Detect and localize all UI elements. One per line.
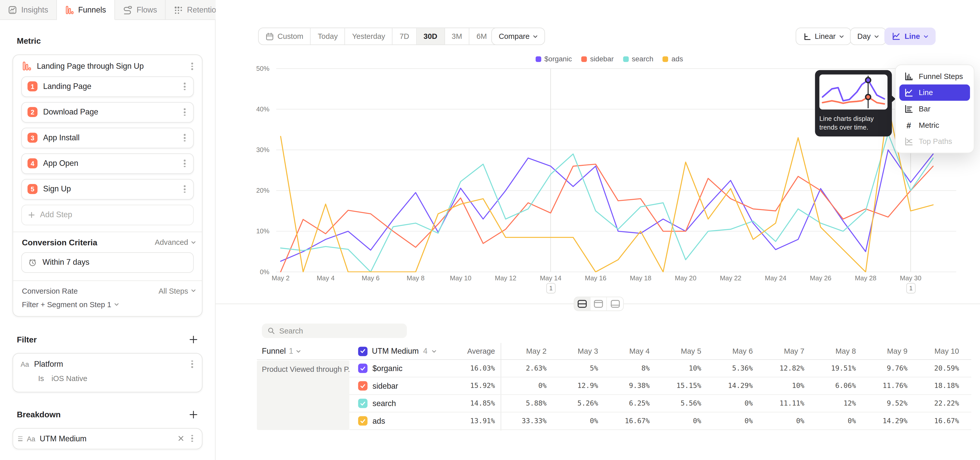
value-cell[interactable]: 16.67% (604, 417, 655, 425)
date-column-header[interactable]: May 7 (759, 347, 810, 356)
date-column-header[interactable]: May 2 (501, 347, 552, 356)
search-input[interactable] (279, 326, 401, 335)
compare-button[interactable]: Compare (491, 27, 545, 45)
value-cell[interactable]: 5.56% (655, 399, 707, 407)
series-checkbox[interactable] (358, 416, 368, 426)
value-cell[interactable]: 0% (707, 417, 759, 425)
value-cell[interactable]: 9.76% (862, 364, 913, 372)
average-column-header[interactable]: Average (443, 347, 501, 356)
range-3m[interactable]: 3M (445, 28, 469, 45)
tab-funnels[interactable]: Funnels (57, 0, 115, 20)
value-cell[interactable]: 14.29% (707, 382, 759, 390)
add-filter-button[interactable] (189, 335, 197, 343)
value-cell[interactable]: 22.22% (913, 399, 965, 407)
add-step-button[interactable]: Add Step (21, 204, 194, 225)
value-cell[interactable]: 0% (707, 399, 759, 407)
funnel-step-3[interactable]: 3 App Install (21, 128, 194, 148)
value-cell[interactable]: 11.76% (862, 382, 913, 390)
legend-item-sidebar[interactable]: sidebar (581, 55, 614, 62)
value-cell[interactable]: 5% (552, 364, 604, 372)
range-custom[interactable]: Custom (259, 28, 311, 45)
series-checkbox[interactable] (358, 364, 368, 373)
funnel-step-2[interactable]: 2 Download Page (21, 102, 194, 123)
range-30d[interactable]: 30D (417, 28, 445, 45)
chart-type-dropdown[interactable]: Line (885, 27, 935, 45)
advanced-dropdown[interactable]: Advanced (155, 238, 196, 247)
breakdown-menu-icon[interactable] (189, 433, 196, 444)
annotation-badge-may14[interactable]: 1 (546, 283, 555, 294)
value-cell[interactable]: 19.51% (810, 364, 862, 372)
funnel-column-header[interactable]: Funnel 1 (257, 347, 349, 356)
tab-flows[interactable]: Flows (115, 0, 166, 20)
scale-dropdown[interactable]: Linear (795, 27, 851, 45)
filter-menu-icon[interactable] (189, 359, 196, 370)
value-cell[interactable]: 16.67% (913, 417, 965, 425)
step-menu-icon[interactable] (181, 184, 188, 195)
value-cell[interactable]: 2.63% (501, 364, 552, 372)
value-cell[interactable]: 8% (604, 364, 655, 372)
range-6m[interactable]: 6M (469, 28, 494, 45)
funnel-menu-icon[interactable] (189, 61, 196, 72)
filter-condition-row[interactable]: Is iOS Native (13, 369, 202, 389)
value-cell[interactable]: 6.06% (810, 382, 862, 390)
drag-handle-icon[interactable] (18, 436, 22, 441)
value-cell[interactable]: 15.15% (655, 382, 707, 390)
legend-item-search[interactable]: search (623, 55, 653, 62)
all-steps-dropdown[interactable]: All Steps (159, 286, 196, 295)
value-cell[interactable]: 9.52% (862, 399, 913, 407)
range-7d[interactable]: 7D (393, 28, 417, 45)
value-cell[interactable]: 33.33% (501, 417, 552, 425)
value-cell[interactable]: 10% (759, 382, 810, 390)
filter-property-row[interactable]: Aa Platform (13, 353, 202, 369)
series-line-organic[interactable] (281, 150, 933, 262)
funnel-metric-header[interactable]: Landing Page through Sign Up (13, 55, 202, 77)
value-cell[interactable]: 0% (552, 417, 604, 425)
value-cell[interactable]: 0% (759, 417, 810, 425)
remove-breakdown-icon[interactable] (178, 435, 185, 442)
breakdown-property-row[interactable]: Aa UTM Medium (13, 428, 202, 448)
value-cell[interactable]: 5.36% (707, 364, 759, 372)
value-cell[interactable]: 0% (810, 417, 862, 425)
date-column-header[interactable]: May 10 (913, 347, 965, 356)
funnel-name-cell[interactable]: Product Viewed through P... (257, 361, 349, 430)
funnel-step-1[interactable]: 1 Landing Page (21, 76, 194, 97)
value-cell[interactable]: 12.9% (552, 382, 604, 390)
step-menu-icon[interactable] (181, 158, 188, 169)
value-cell[interactable]: 18.18% (913, 382, 965, 390)
value-cell[interactable]: 5.88% (501, 399, 552, 407)
breakdown-column-header[interactable]: UTM Medium 4 (349, 347, 443, 356)
layout-table-only-button[interactable] (607, 297, 623, 310)
step-menu-icon[interactable] (181, 133, 188, 144)
select-all-checkbox[interactable] (358, 347, 368, 356)
menu-item-bar[interactable]: Bar (899, 101, 970, 117)
value-cell[interactable]: 6.25% (604, 399, 655, 407)
funnel-step-4[interactable]: 4 App Open (21, 153, 194, 174)
legend-item-ads[interactable]: ads (663, 55, 683, 62)
date-column-header[interactable]: May 9 (862, 347, 913, 356)
value-cell[interactable]: 14.29% (862, 417, 913, 425)
filter-segment-dropdown[interactable]: Filter + Segment on Step 1 (13, 295, 202, 316)
menu-item-top-paths[interactable]: Top Paths (899, 133, 970, 150)
series-checkbox[interactable] (358, 399, 368, 408)
granularity-dropdown[interactable]: Day (850, 27, 886, 45)
value-cell[interactable]: 20.59% (913, 364, 965, 372)
range-yesterday[interactable]: Yesterday (345, 28, 393, 45)
date-column-header[interactable]: May 8 (810, 347, 862, 356)
value-cell[interactable]: 9.38% (604, 382, 655, 390)
annotation-badge-may30[interactable]: 1 (906, 283, 916, 294)
conversion-window[interactable]: Within 7 days (21, 252, 194, 273)
date-column-header[interactable]: May 3 (552, 347, 604, 356)
step-menu-icon[interactable] (181, 81, 188, 92)
value-cell[interactable]: 0% (501, 382, 552, 390)
value-cell[interactable]: 12.82% (759, 364, 810, 372)
date-column-header[interactable]: May 6 (707, 347, 759, 356)
tab-insights[interactable]: Insights (0, 0, 57, 20)
series-line-search[interactable] (281, 134, 933, 272)
series-checkbox[interactable] (358, 381, 368, 390)
menu-item-line[interactable]: Line (899, 85, 970, 101)
funnel-step-5[interactable]: 5 Sign Up (21, 179, 194, 200)
date-column-header[interactable]: May 5 (655, 347, 707, 356)
date-column-header[interactable]: May 4 (604, 347, 655, 356)
layout-split-button[interactable] (574, 297, 591, 310)
value-cell[interactable]: 0% (655, 417, 707, 425)
